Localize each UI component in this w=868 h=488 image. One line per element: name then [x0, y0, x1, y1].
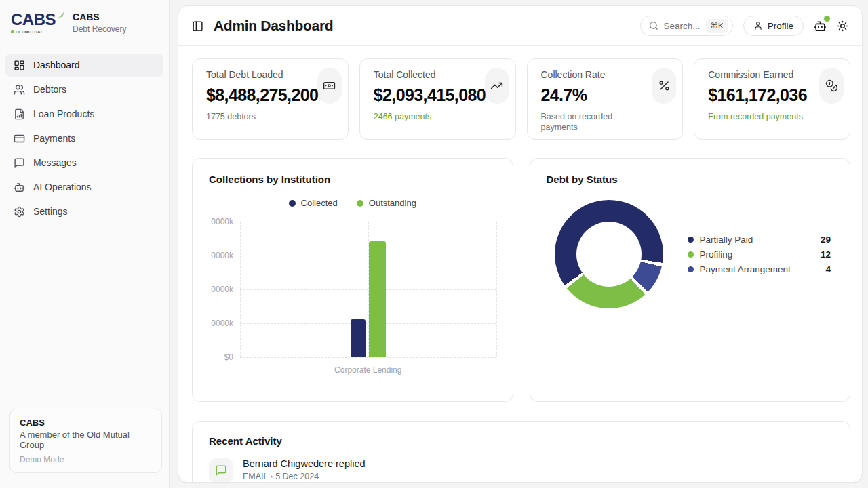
- stat-subtext: Based on recorded payments: [541, 111, 644, 134]
- stat-subtext: 1775 debtors: [206, 111, 309, 122]
- bar-plot-area: [240, 222, 496, 357]
- stat-card-commission-earned: Commission Earned $161,172,036 From reco…: [694, 58, 850, 140]
- charts-row: Collections by Institution Collected Out…: [192, 158, 850, 402]
- panel-left-icon: [192, 20, 203, 32]
- bar-collected[interactable]: [351, 319, 366, 357]
- legend-dot-outstanding: [357, 200, 363, 207]
- dashboard-content: Total Debt Loaded $8,488,275,200 1775 de…: [178, 46, 862, 482]
- donut-chart[interactable]: [555, 200, 663, 308]
- collections-bar-chart-card: Collections by Institution Collected Out…: [192, 158, 513, 402]
- sidebar-item-debtors[interactable]: Debtors: [5, 78, 163, 101]
- users-icon: [14, 84, 25, 96]
- sidebar-item-messages[interactable]: Messages: [5, 151, 163, 174]
- x-axis-label: Corporate Lending: [209, 365, 496, 375]
- old-mutual-dot-icon: [11, 30, 14, 33]
- sidebar-nav: Dashboard Debtors Loan Products Payments…: [0, 45, 169, 231]
- logo-word: CABS: [11, 12, 56, 28]
- legend-dot: [688, 266, 694, 272]
- recent-activity-title: Recent Activity: [209, 435, 833, 447]
- stat-value: 24.7%: [541, 85, 669, 105]
- logo-sub-text: OLDMUTUAL: [16, 30, 43, 34]
- sidebar-toggle-button[interactable]: [192, 20, 203, 32]
- legend-value: 4: [825, 264, 831, 274]
- sidebar-item-ai-operations[interactable]: AI Operations: [5, 176, 163, 199]
- bar-outstanding[interactable]: [369, 241, 386, 357]
- activity-name: Bernard Chigwedere replied: [243, 458, 366, 469]
- sidebar-footer-card: CABS A member of the Old Mutual Group De…: [9, 409, 162, 473]
- ai-assistant-button[interactable]: [814, 20, 827, 33]
- stat-subtext: 2466 payments: [374, 111, 477, 122]
- message-square-icon: [215, 464, 227, 476]
- legend-row-payment-arrangement: Payment Arrangement 4: [688, 262, 831, 277]
- bar-chart-legend: Collected Outstanding: [209, 198, 496, 208]
- search-input[interactable]: Search... ⌘K: [640, 16, 733, 36]
- stat-value: $8,488,275,200: [206, 85, 334, 105]
- search-shortcut-badge: ⌘K: [706, 19, 728, 33]
- online-status-dot: [824, 16, 830, 22]
- stat-card-total-debt: Total Debt Loaded $8,488,275,200 1775 de…: [192, 58, 349, 140]
- page-title: Admin Dashboard: [214, 18, 333, 34]
- legend-dot: [688, 237, 694, 243]
- footer-title: CABS: [20, 418, 152, 428]
- profile-button[interactable]: Profile: [743, 16, 804, 36]
- search-placeholder: Search...: [664, 21, 701, 31]
- legend-value: 12: [821, 249, 831, 260]
- sidebar-item-loan-products[interactable]: Loan Products: [5, 102, 163, 125]
- legend-row-partially-paid: Partially Paid 29: [688, 232, 831, 247]
- cabs-logo: CABS OLDMUTUAL: [11, 12, 65, 34]
- gear-icon: [14, 206, 25, 218]
- credit-card-icon: [14, 133, 25, 144]
- user-icon: [753, 21, 763, 30]
- bot-icon: [814, 20, 827, 33]
- legend-dot-collected: [289, 200, 296, 207]
- stat-card-collection-rate: Collection Rate 24.7% Based on recorded …: [527, 58, 684, 140]
- page-header: Admin Dashboard Search... ⌘K Profile: [178, 6, 862, 46]
- stat-card-total-collected: Total Collected $2,093,415,080 2466 paym…: [359, 58, 516, 140]
- footer-subtitle: A member of the Old Mutual Group: [20, 430, 152, 450]
- bot-icon: [14, 182, 25, 193]
- sidebar-item-payments[interactable]: Payments: [5, 127, 163, 150]
- bar-chart: 0000k 0000k 0000k 0000k $0: [209, 222, 496, 357]
- donut-legend: Partially Paid 29 Profiling 12 Payment A…: [688, 232, 831, 277]
- main-area: Admin Dashboard Search... ⌘K Profile: [170, 0, 868, 488]
- recent-activity-card: Recent Activity Bernard Chigwedere repli…: [192, 421, 850, 482]
- brand-name: CABS: [73, 12, 126, 22]
- brand-tagline: Debt Recovery: [73, 24, 126, 34]
- theme-toggle-button[interactable]: [837, 20, 848, 32]
- debt-status-donut-card: Debt by Status Partially Paid 29 Pro: [530, 158, 851, 402]
- sidebar-item-settings[interactable]: Settings: [5, 200, 163, 223]
- chart-title: Collections by Institution: [209, 174, 496, 185]
- legend-value: 29: [821, 235, 831, 245]
- legend-row-profiling: Profiling 12: [688, 247, 831, 262]
- legend-dot: [688, 251, 694, 258]
- leaf-icon: [56, 10, 65, 19]
- dashboard-icon: [14, 60, 25, 71]
- y-axis: 0000k 0000k 0000k 0000k $0: [209, 222, 240, 357]
- activity-list-item[interactable]: Bernard Chigwedere replied EMAIL · 5 Dec…: [209, 458, 833, 482]
- activity-meta: EMAIL · 5 Dec 2024: [243, 472, 366, 481]
- brand-header: CABS OLDMUTUAL CABS Debt Recovery: [0, 0, 169, 45]
- message-square-icon: [14, 157, 25, 169]
- main-panel: Admin Dashboard Search... ⌘K Profile: [178, 5, 863, 483]
- stats-row: Total Debt Loaded $8,488,275,200 1775 de…: [192, 58, 850, 140]
- sidebar: CABS OLDMUTUAL CABS Debt Recovery Dashbo…: [0, 0, 170, 488]
- search-icon: [649, 21, 658, 30]
- sidebar-item-dashboard[interactable]: Dashboard: [5, 54, 163, 77]
- stat-subtext: From recorded payments: [708, 111, 811, 122]
- chart-title: Debt by Status: [547, 174, 834, 185]
- demo-mode-label: Demo Mode: [20, 455, 152, 464]
- sun-icon: [837, 20, 848, 32]
- stat-value: $2,093,415,080: [374, 85, 502, 105]
- file-chart-icon: [14, 108, 25, 120]
- stat-value: $161,172,036: [708, 85, 836, 105]
